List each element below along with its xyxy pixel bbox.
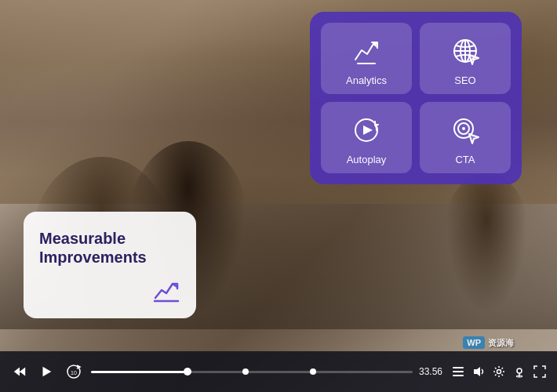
play-button[interactable] bbox=[36, 361, 56, 382]
svg-marker-10 bbox=[43, 367, 52, 377]
feature-autoplay[interactable]: Autoplay bbox=[321, 102, 412, 173]
feature-grid: Analytics SEO bbox=[310, 12, 522, 184]
seo-label: SEO bbox=[454, 74, 475, 86]
svg-point-18 bbox=[517, 368, 522, 373]
svg-marker-5 bbox=[363, 125, 373, 135]
svg-marker-16 bbox=[474, 367, 480, 376]
autoplay-label: Autoplay bbox=[347, 154, 387, 165]
wp-text: 资源海 bbox=[488, 337, 514, 349]
svg-point-17 bbox=[497, 370, 501, 374]
video-player-bar: 10 33.56 bbox=[0, 351, 557, 392]
svg-point-8 bbox=[462, 127, 465, 130]
location-button[interactable] bbox=[511, 364, 527, 379]
rewind-button[interactable] bbox=[9, 361, 30, 382]
forward-button[interactable]: 10 bbox=[63, 361, 85, 383]
seo-icon bbox=[448, 34, 482, 68]
svg-text:10: 10 bbox=[71, 370, 77, 376]
volume-button[interactable] bbox=[471, 364, 486, 379]
chapter-dot-1 bbox=[242, 368, 249, 375]
progress-thumb bbox=[184, 368, 191, 376]
chapter-dot-2 bbox=[310, 368, 316, 375]
analytics-label: Analytics bbox=[346, 74, 387, 86]
analytics-icon bbox=[349, 34, 384, 68]
right-controls bbox=[450, 364, 548, 379]
improvements-title: MeasurableImprovements bbox=[39, 229, 180, 267]
chapters-button[interactable] bbox=[450, 364, 466, 379]
improvements-card: MeasurableImprovements bbox=[24, 212, 196, 318]
time-display: 33.56 bbox=[419, 366, 444, 377]
progress-track[interactable] bbox=[91, 371, 413, 373]
progress-fill bbox=[91, 371, 187, 373]
svg-rect-13 bbox=[453, 367, 464, 368]
fullscreen-button[interactable] bbox=[532, 364, 548, 379]
wp-badge: WP bbox=[463, 336, 485, 349]
progress-area bbox=[91, 371, 413, 373]
feature-seo[interactable]: SEO bbox=[420, 23, 511, 94]
cta-icon bbox=[448, 113, 482, 147]
feature-cta[interactable]: CTA bbox=[420, 102, 511, 173]
wp-watermark: WP 资源海 bbox=[463, 336, 514, 349]
autoplay-icon bbox=[349, 113, 384, 147]
improvements-chart-icon bbox=[39, 276, 180, 304]
settings-button[interactable] bbox=[491, 364, 507, 379]
cta-label: CTA bbox=[455, 154, 475, 165]
feature-analytics[interactable]: Analytics bbox=[321, 23, 412, 94]
svg-rect-14 bbox=[453, 371, 464, 372]
svg-rect-15 bbox=[453, 375, 464, 376]
